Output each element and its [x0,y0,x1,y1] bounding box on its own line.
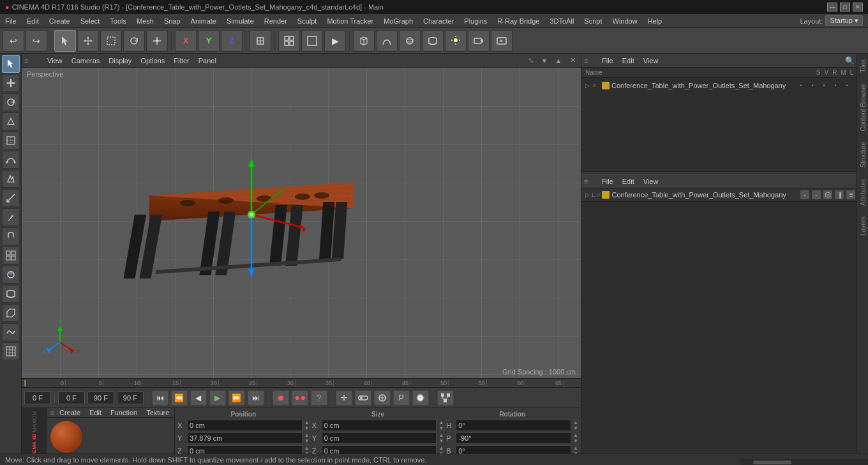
menu-script[interactable]: Script [579,14,607,27]
rot-p-up[interactable]: ▲ [573,432,578,438]
undo-button[interactable]: ↩ [3,30,24,52]
obj-s-toggle[interactable]: • [797,81,805,90]
bezier-button[interactable] [376,30,398,52]
left-measure-tool[interactable] [2,189,20,207]
bottom-scrollbar[interactable] [740,459,868,465]
nurbs-button[interactable] [399,30,421,52]
expand-icon[interactable]: ▷ [585,82,590,89]
menu-simulate[interactable]: Simulate [221,14,259,27]
menu-edit[interactable]: Edit [22,14,44,27]
left-material-tool[interactable] [2,266,20,284]
start-frame-input[interactable] [58,392,85,404]
left-knife-tool[interactable] [2,208,20,226]
viewport-panel-menu[interactable]: Panel [195,56,220,65]
snap-frame-button[interactable]: ✛ [336,390,352,406]
menu-sculpt[interactable]: Sculpt [292,14,322,27]
viewport-close[interactable]: ✕ [567,55,578,66]
object-coord-button[interactable] [250,30,271,52]
size-y-up[interactable]: ▲ [438,432,444,438]
view-play-button[interactable]: ▶ [324,30,346,52]
left-spline-tool[interactable] [2,151,20,169]
pos-z-up[interactable]: ▲ [304,445,310,451]
objects-edit-menu[interactable]: Edit [618,56,638,65]
objects-view-menu[interactable]: View [640,56,662,65]
size-x-up[interactable]: ▲ [438,420,444,425]
cube-button[interactable] [353,30,375,52]
viewport-view-menu[interactable]: View [43,56,66,65]
viewport-arrow-up[interactable]: ▲ [553,55,564,66]
ikfk-button[interactable] [374,390,391,406]
left-paint-tool[interactable] [2,170,20,188]
auto-key-button[interactable]: ? [311,390,327,406]
render-button[interactable] [491,30,513,52]
menu-vray[interactable]: R-Ray Bridge [492,14,544,27]
menu-select[interactable]: Select [75,14,105,27]
box-select-button[interactable] [100,30,122,52]
viewport-cameras-menu[interactable]: Cameras [68,56,104,65]
left-magnet-tool[interactable] [2,227,20,245]
timeline-ruler[interactable]: 0 5 10 15 20 25 30 35 40 45 50 55 60 65 … [27,380,581,386]
view-all-button[interactable] [278,30,300,52]
end-frame-input[interactable] [87,392,114,404]
attr-edit-menu[interactable]: Edit [618,177,638,186]
material-swatch[interactable] [50,420,83,454]
viewport-canvas[interactable]: Perspective [22,68,581,378]
record-all-button[interactable]: ⏺⏺ [292,390,308,406]
menu-help[interactable]: Help [643,14,668,27]
obj-r-toggle[interactable]: • [819,81,828,90]
preview-end-input[interactable] [117,392,144,404]
scale-tool-button[interactable] [146,30,168,52]
left-deform-tool[interactable] [2,285,20,303]
menu-plugins[interactable]: Plugins [459,14,492,27]
pos-y-down[interactable]: ▼ [304,438,310,444]
left-grid-tool[interactable] [2,342,20,360]
redo-button[interactable]: ↪ [26,30,47,52]
objects-file-menu[interactable]: File [598,56,617,65]
rot-h-down[interactable]: ▼ [573,425,578,431]
menu-character[interactable]: Character [418,14,459,27]
step-forward-button[interactable]: ⏩ [228,390,245,406]
material-create-menu[interactable]: Create [56,408,84,417]
pos-x-input[interactable] [187,420,303,431]
viewport-arrow-down[interactable]: ▼ [539,55,550,66]
left-rotate-tool[interactable] [2,93,20,111]
go-start-button[interactable]: ⏮ [152,390,168,406]
left-uv-tool[interactable] [2,304,20,322]
size-x-input[interactable] [322,420,437,431]
right-tab-attributes[interactable]: Attributes [857,173,868,211]
table-row[interactable]: ▷ ○ Conference_Table_with_Power_Outlets_… [583,79,867,92]
pos-y-input[interactable] [187,432,303,444]
material-function-menu[interactable]: Function [107,408,141,417]
attr-l-dot[interactable]: ☰ [846,190,855,199]
camera-button[interactable] [468,30,490,52]
schematic-button[interactable] [437,390,454,406]
attr-file-menu[interactable]: File [598,177,617,186]
left-cursor-tool[interactable] [2,55,20,73]
right-tab-tiles[interactable]: Tiles [857,54,868,78]
menu-tools[interactable]: Tools [105,14,131,27]
play-forward-button[interactable]: ▶ [209,390,226,406]
rot-p-down[interactable]: ▼ [573,438,578,444]
cursor-tool-button[interactable] [54,30,76,52]
attr-v-dot[interactable]: • [812,190,821,199]
go-end-button[interactable]: ⏭ [248,390,264,406]
layout-value[interactable]: Startup ▾ [825,15,863,26]
obj-l-toggle[interactable]: • [842,81,851,90]
menu-3dtoall[interactable]: 3DToAll [544,14,579,27]
size-y-down[interactable]: ▼ [438,438,444,444]
menu-mograph[interactable]: MoGraph [378,14,418,27]
maximize-button[interactable]: □ [840,3,850,11]
size-y-input[interactable] [322,432,437,444]
pos-y-up[interactable]: ▲ [304,432,310,438]
attr-view-menu[interactable]: View [640,177,662,186]
left-scale-tool[interactable] [2,112,20,130]
z-axis-button[interactable]: Z [221,30,243,52]
menu-window[interactable]: Window [607,14,642,27]
x-axis-button[interactable]: X [175,30,197,52]
material-texture-menu[interactable]: Texture [142,408,173,417]
play-back-button[interactable]: ◀ [190,390,207,406]
rotate-tool-button[interactable] [123,30,145,52]
obj-m-toggle[interactable]: • [831,81,840,90]
current-frame-input[interactable] [24,392,51,404]
rot-p-input[interactable] [456,432,571,444]
